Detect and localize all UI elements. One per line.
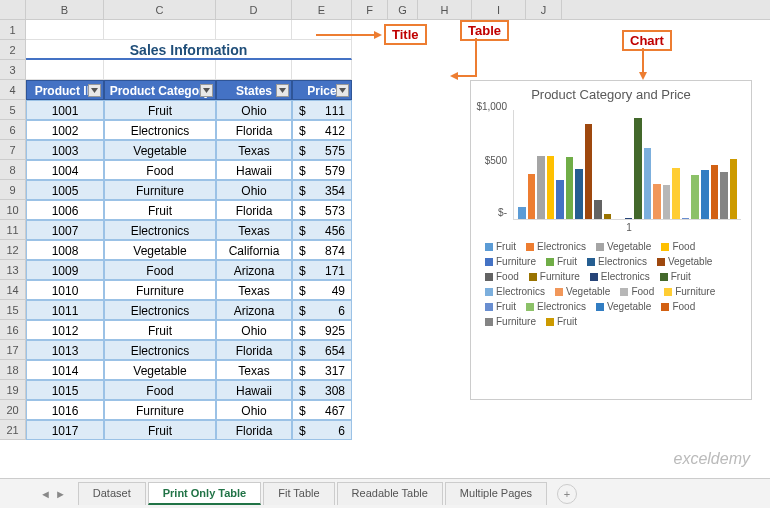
table-cell[interactable]: Texas	[216, 140, 292, 160]
price-cell[interactable]: $925	[292, 320, 352, 340]
sheet-tab[interactable]: Readable Table	[337, 482, 443, 505]
row-header-16[interactable]: 16	[0, 320, 26, 340]
row-header-21[interactable]: 21	[0, 420, 26, 440]
price-cell[interactable]: $874	[292, 240, 352, 260]
row-header-8[interactable]: 8	[0, 160, 26, 180]
col-header-D[interactable]: D	[216, 0, 292, 19]
price-cell[interactable]: $49	[292, 280, 352, 300]
table-cell[interactable]: Vegetable	[104, 140, 216, 160]
col-header-H[interactable]: H	[418, 0, 472, 19]
table-header-0[interactable]: Product ID	[26, 80, 104, 100]
table-cell[interactable]: Ohio	[216, 180, 292, 200]
table-cell[interactable]: Furniture	[104, 400, 216, 420]
table-cell[interactable]: Vegetable	[104, 360, 216, 380]
table-cell[interactable]: Furniture	[104, 280, 216, 300]
row-header-4[interactable]: 4	[0, 80, 26, 100]
row-header-20[interactable]: 20	[0, 400, 26, 420]
table-cell[interactable]: Electronics	[104, 300, 216, 320]
price-cell[interactable]: $456	[292, 220, 352, 240]
table-header-1[interactable]: Product Category	[104, 80, 216, 100]
price-cell[interactable]: $6	[292, 300, 352, 320]
sheet-tab[interactable]: Multiple Pages	[445, 482, 547, 505]
table-cell[interactable]: Florida	[216, 200, 292, 220]
table-cell[interactable]: Electronics	[104, 340, 216, 360]
table-cell[interactable]: 1002	[26, 120, 104, 140]
row-header-12[interactable]: 12	[0, 240, 26, 260]
price-cell[interactable]: $111	[292, 100, 352, 120]
chart-object[interactable]: Product Category and Price $1,000 $500 $…	[470, 80, 752, 400]
table-cell[interactable]: Vegetable	[104, 240, 216, 260]
table-cell[interactable]: California	[216, 240, 292, 260]
row-header-19[interactable]: 19	[0, 380, 26, 400]
row-header-11[interactable]: 11	[0, 220, 26, 240]
table-cell[interactable]: Fruit	[104, 320, 216, 340]
table-cell[interactable]: Electronics	[104, 120, 216, 140]
table-cell[interactable]: Ohio	[216, 320, 292, 340]
tab-nav-buttons[interactable]: ◄ ►	[40, 488, 66, 500]
table-cell[interactable]: Texas	[216, 220, 292, 240]
table-cell[interactable]: Food	[104, 160, 216, 180]
sheet-tab[interactable]: Fit Table	[263, 482, 334, 505]
row-header-3[interactable]: 3	[0, 60, 26, 80]
table-cell[interactable]: 1005	[26, 180, 104, 200]
table-cell[interactable]: Texas	[216, 360, 292, 380]
table-cell[interactable]: 1008	[26, 240, 104, 260]
empty-cell[interactable]	[216, 60, 292, 80]
table-cell[interactable]: 1016	[26, 400, 104, 420]
select-all-corner[interactable]	[0, 0, 26, 19]
empty-cell[interactable]	[104, 20, 216, 40]
table-cell[interactable]: 1003	[26, 140, 104, 160]
row-header-6[interactable]: 6	[0, 120, 26, 140]
row-header-13[interactable]: 13	[0, 260, 26, 280]
table-cell[interactable]: 1013	[26, 340, 104, 360]
price-cell[interactable]: $6	[292, 420, 352, 440]
row-header-1[interactable]: 1	[0, 20, 26, 40]
filter-dropdown-icon[interactable]	[88, 84, 101, 97]
empty-cell[interactable]	[26, 20, 104, 40]
add-sheet-button[interactable]: +	[557, 484, 577, 504]
price-cell[interactable]: $467	[292, 400, 352, 420]
col-header-B[interactable]: B	[26, 0, 104, 19]
price-cell[interactable]: $579	[292, 160, 352, 180]
table-cell[interactable]: Florida	[216, 420, 292, 440]
row-header-18[interactable]: 18	[0, 360, 26, 380]
col-header-C[interactable]: C	[104, 0, 216, 19]
table-cell[interactable]: Arizona	[216, 300, 292, 320]
row-header-2[interactable]: 2	[0, 40, 26, 60]
price-cell[interactable]: $573	[292, 200, 352, 220]
table-cell[interactable]: 1007	[26, 220, 104, 240]
col-header-G[interactable]: G	[388, 0, 418, 19]
empty-cell[interactable]	[26, 60, 104, 80]
empty-cell[interactable]	[216, 20, 292, 40]
price-cell[interactable]: $654	[292, 340, 352, 360]
col-header-I[interactable]: I	[472, 0, 526, 19]
table-cell[interactable]: Ohio	[216, 400, 292, 420]
table-cell[interactable]: 1006	[26, 200, 104, 220]
sheet-tab[interactable]: Print Only Table	[148, 482, 262, 505]
table-header-2[interactable]: States	[216, 80, 292, 100]
table-cell[interactable]: Texas	[216, 280, 292, 300]
table-cell[interactable]: Furniture	[104, 180, 216, 200]
row-header-7[interactable]: 7	[0, 140, 26, 160]
row-header-15[interactable]: 15	[0, 300, 26, 320]
row-header-17[interactable]: 17	[0, 340, 26, 360]
table-cell[interactable]: 1012	[26, 320, 104, 340]
table-cell[interactable]: Hawaii	[216, 380, 292, 400]
price-cell[interactable]: $171	[292, 260, 352, 280]
table-cell[interactable]: 1015	[26, 380, 104, 400]
table-cell[interactable]: Florida	[216, 340, 292, 360]
price-cell[interactable]: $575	[292, 140, 352, 160]
table-cell[interactable]: Electronics	[104, 220, 216, 240]
table-cell[interactable]: Hawaii	[216, 160, 292, 180]
row-header-14[interactable]: 14	[0, 280, 26, 300]
price-cell[interactable]: $412	[292, 120, 352, 140]
table-header-3[interactable]: Price	[292, 80, 352, 100]
row-header-5[interactable]: 5	[0, 100, 26, 120]
col-header-E[interactable]: E	[292, 0, 352, 19]
table-cell[interactable]: Arizona	[216, 260, 292, 280]
empty-cell[interactable]	[292, 60, 352, 80]
col-header-J[interactable]: J	[526, 0, 562, 19]
empty-cell[interactable]	[104, 60, 216, 80]
row-header-10[interactable]: 10	[0, 200, 26, 220]
filter-dropdown-icon[interactable]	[200, 84, 213, 97]
